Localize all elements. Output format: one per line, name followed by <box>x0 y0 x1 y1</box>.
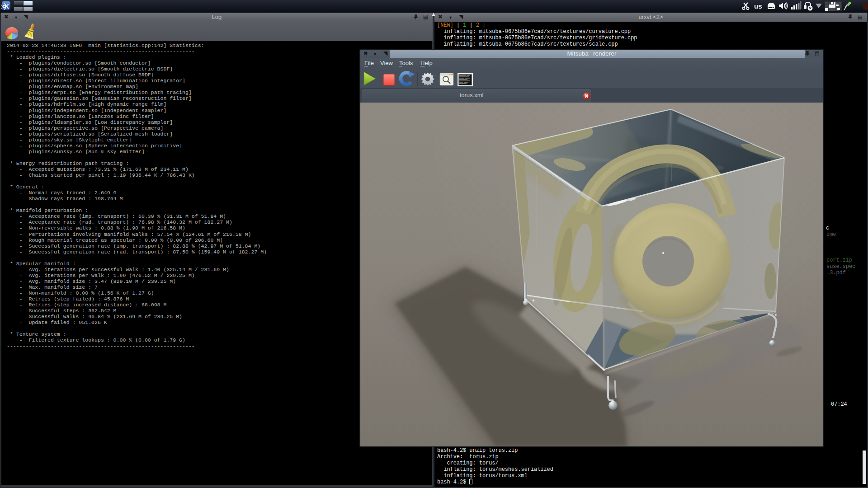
svg-text:K: K <box>5 3 9 10</box>
svg-text:us: us <box>754 2 762 10</box>
